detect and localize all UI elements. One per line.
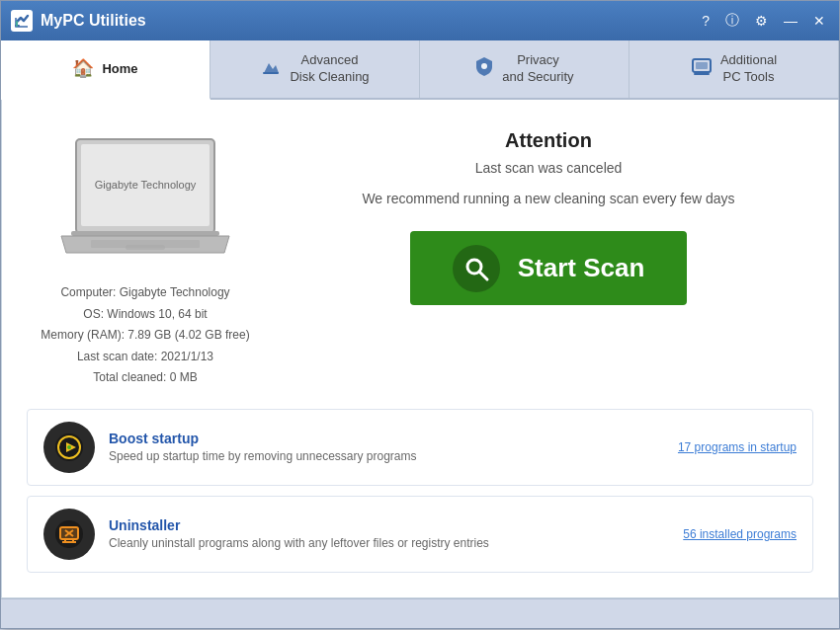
tab-privacy-label: Privacyand Security bbox=[502, 52, 573, 86]
boost-startup-card: Boost startup Speed up startup time by r… bbox=[27, 409, 813, 486]
tab-home-label: Home bbox=[102, 61, 137, 78]
tab-privacy[interactable]: Privacyand Security bbox=[420, 40, 630, 98]
close-button[interactable]: ✕ bbox=[809, 11, 829, 31]
settings-button[interactable]: ⚙ bbox=[751, 11, 772, 31]
uninstaller-link[interactable]: 56 installed programs bbox=[683, 527, 797, 541]
minimize-button[interactable]: — bbox=[780, 11, 801, 31]
boost-info: Boost startup Speed up startup time by r… bbox=[109, 431, 664, 463]
attention-heading: Attention bbox=[505, 129, 592, 152]
svg-rect-0 bbox=[263, 72, 279, 74]
boost-icon-wrap bbox=[43, 422, 95, 473]
svg-rect-3 bbox=[696, 62, 708, 69]
svg-line-11 bbox=[479, 272, 487, 279]
last-scan-date: Last scan date: 2021/1/13 bbox=[41, 347, 249, 368]
system-info-panel: Gigabyte Technology Computer: Gigabyte T… bbox=[27, 119, 264, 389]
svg-rect-9 bbox=[126, 245, 165, 250]
start-scan-button[interactable]: Start Scan bbox=[410, 231, 687, 305]
os-info: OS: Windows 10, 64 bit bbox=[41, 304, 249, 326]
tab-tools[interactable]: AdditionalPC Tools bbox=[630, 40, 839, 98]
app-logo: MyPC Utilities bbox=[11, 10, 698, 32]
tab-tools-label: AdditionalPC Tools bbox=[720, 52, 777, 86]
svg-rect-7 bbox=[71, 231, 219, 236]
system-info: Computer: Gigabyte Technology OS: Window… bbox=[41, 282, 249, 389]
disk-icon bbox=[260, 55, 282, 83]
logo-icon bbox=[11, 10, 33, 32]
uninstaller-desc: Cleanly uninstall programs along with an… bbox=[109, 536, 669, 550]
computer-name: Computer: Gigabyte Technology bbox=[41, 282, 249, 304]
tab-disk-cleaning[interactable]: AdvancedDisk Cleaning bbox=[210, 40, 420, 98]
privacy-icon bbox=[474, 55, 494, 83]
titlebar: MyPC Utilities ? ⓘ ⚙ — ✕ bbox=[1, 1, 839, 40]
svg-point-15 bbox=[67, 445, 71, 449]
computer-illustration: Gigabyte Technology bbox=[46, 129, 244, 268]
tab-disk-label: AdvancedDisk Cleaning bbox=[290, 52, 369, 86]
uninstaller-info: Uninstaller Cleanly uninstall programs a… bbox=[109, 517, 669, 550]
app-title: MyPC Utilities bbox=[41, 12, 146, 30]
boost-title: Boost startup bbox=[109, 431, 664, 446]
scan-panel: Attention Last scan was canceled We reco… bbox=[284, 119, 813, 389]
bottom-bar bbox=[1, 598, 839, 628]
boost-link[interactable]: 17 programs in startup bbox=[678, 440, 797, 454]
tools-panel: Boost startup Speed up startup time by r… bbox=[1, 409, 839, 598]
start-scan-label: Start Scan bbox=[518, 253, 645, 283]
tab-home[interactable]: 🏠 Home bbox=[1, 40, 210, 100]
uninstaller-title: Uninstaller bbox=[109, 517, 669, 533]
svg-text:Gigabyte Technology: Gigabyte Technology bbox=[95, 179, 197, 191]
main-content: Gigabyte Technology Computer: Gigabyte T… bbox=[1, 100, 839, 409]
scan-button-icon bbox=[453, 245, 500, 292]
help-button[interactable]: ? bbox=[698, 11, 714, 31]
navbar: 🏠 Home AdvancedDisk Cleaning Privacyand … bbox=[1, 40, 839, 100]
svg-point-1 bbox=[481, 63, 487, 69]
uninstaller-icon-wrap bbox=[43, 509, 95, 560]
home-icon: 🏠 bbox=[72, 57, 94, 80]
scan-status-text: Last scan was canceled bbox=[475, 160, 623, 176]
recommend-text: We recommend running a new cleaning scan… bbox=[362, 191, 734, 206]
window-controls: ? ⓘ ⚙ — ✕ bbox=[698, 10, 829, 32]
tools-icon bbox=[691, 56, 713, 82]
total-cleaned: Total cleaned: 0 MB bbox=[41, 367, 249, 389]
memory-info: Memory (RAM): 7.89 GB (4.02 GB free) bbox=[41, 325, 249, 347]
boost-desc: Speed up startup time by removing unnece… bbox=[109, 449, 664, 463]
info-button[interactable]: ⓘ bbox=[721, 10, 743, 32]
uninstaller-card: Uninstaller Cleanly uninstall programs a… bbox=[27, 496, 813, 573]
